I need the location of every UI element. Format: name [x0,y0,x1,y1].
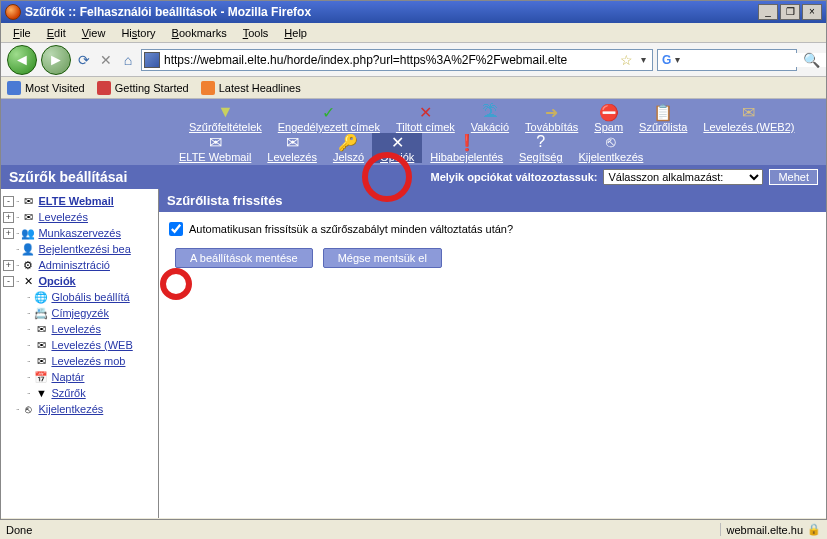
menu-bookmarks[interactable]: Bookmarks [164,25,235,41]
toolbar-icon: 🔑 [338,133,358,151]
auto-refresh-checkbox[interactable] [169,222,183,236]
bookmark-getting-started[interactable]: Getting Started [97,81,189,95]
sidebar-item-levelez-s[interactable]: +··✉Levelezés [1,209,158,225]
browser-navbar: ◄ ► ⟳ ✕ ⌂ ☆ ▾ G ▾ 🔍 [1,43,826,77]
sidebar-item-elte-webmail[interactable]: -··✉ELTE Webmail [1,193,158,209]
sidebar-item-adminisztr-ci-[interactable]: +··⚙Adminisztráció [1,257,158,273]
sidebar-item-c-mjegyz-k[interactable]: ··📇Címjegyzék [1,305,158,321]
tree-expander[interactable]: - [3,196,14,207]
search-engine-dropdown[interactable]: ▾ [671,54,684,65]
sidebar-item-munkaszervez-s[interactable]: +··👥Munkaszervezés [1,225,158,241]
status-left: Done [6,524,720,536]
tree-expander[interactable] [3,244,14,255]
sidebar-item-napt-r[interactable]: ··📅Naptár [1,369,158,385]
browser-menubar: File Edit View History Bookmarks Tools H… [1,23,826,43]
nav-tab-elte-webmail[interactable]: ✉ELTE Webmail [171,133,259,163]
toolbar-icon: ⛔ [599,103,619,121]
search-box[interactable]: G ▾ [657,49,797,71]
sidebar-item-glob-lis-be-ll-t-[interactable]: ··🌐Globális beállítá [1,289,158,305]
filter-tab-tiltott-c-mek[interactable]: ✕Tiltott címek [388,103,463,133]
status-bar: Done webmail.elte.hu 🔒 [0,519,827,539]
restore-button[interactable]: ❐ [780,4,800,20]
close-button[interactable]: × [802,4,822,20]
toolbar-label: Vakáció [471,121,509,133]
page-icon [97,81,111,95]
bookmark-latest-headlines[interactable]: Latest Headlines [201,81,301,95]
filter-tab-spam[interactable]: ⛔Spam [586,103,631,133]
sidebar-tree: -··✉ELTE Webmail+··✉Levelezés+··👥Munkasz… [1,189,159,518]
tree-icon: ✉ [33,354,49,368]
menu-history[interactable]: History [113,25,163,41]
sidebar-item-opci-k[interactable]: -··✕Opciók [1,273,158,289]
toolbar-icon: ✉ [739,103,759,121]
tree-icon: 🌐 [33,290,49,304]
minimize-button[interactable]: _ [758,4,778,20]
nav-tab-jelsz-[interactable]: 🔑Jelszó [325,133,372,163]
toolbar-label: Segítség [519,151,562,163]
sidebar-item-kijelentkez-s[interactable]: ··⎋Kijelentkezés [1,401,158,417]
menu-help[interactable]: Help [276,25,315,41]
url-dropdown-icon[interactable]: ▾ [637,54,650,65]
tree-icon: 📇 [33,306,49,320]
tree-icon: ✉ [33,322,49,336]
sidebar-item-sz-r-k[interactable]: ··▼Szűrők [1,385,158,401]
reload-button[interactable]: ⟳ [75,51,93,69]
app-select[interactable]: Válasszon alkalmazást: [603,169,763,185]
toolbar-label: Opciók [380,151,414,163]
sidebar-item-levelez-s[interactable]: ··✉Levelezés [1,321,158,337]
nav-tab-levelez-s[interactable]: ✉Levelezés [259,133,325,163]
home-button[interactable]: ⌂ [119,51,137,69]
filter-tab-enged-lyezett-c-mek[interactable]: ✓Engedélyezett címek [270,103,388,133]
filter-tab-sz-r-lista[interactable]: 📋Szűrőlista [631,103,695,133]
toolbar-label: Szűrőlista [639,121,687,133]
toolbar-label: ELTE Webmail [179,151,251,163]
menu-tools[interactable]: Tools [235,25,277,41]
filter-tab-vak-ci-[interactable]: 🏝Vakáció [463,103,517,133]
go-button[interactable]: Mehet [769,169,818,185]
toolbar-label: Hibabejelentés [430,151,503,163]
tree-icon: ⎋ [20,402,36,416]
url-input[interactable] [164,53,616,67]
options-heading: Szűrők beállításai [9,169,127,185]
forward-button[interactable]: ► [41,45,71,75]
toolbar-label: Levelezés (WEB2) [703,121,794,133]
toolbar-icon: ⎋ [601,133,621,151]
tree-expander[interactable]: - [3,276,14,287]
toolbar-icon: ❗ [457,133,477,151]
tree-expander[interactable]: + [3,212,14,223]
nav-tab-kijelentkez-s[interactable]: ⎋Kijelentkezés [571,133,652,163]
toolbar-label: Engedélyezett címek [278,121,380,133]
toolbar-icon: ✕ [415,103,435,121]
tree-label: ELTE Webmail [38,195,113,207]
sidebar-item-levelez-s-mob[interactable]: ··✉Levelezés mob [1,353,158,369]
tree-expander[interactable]: + [3,260,14,271]
tree-expander[interactable]: + [3,228,14,239]
panel-heading: Szűrőlista frissítés [159,189,826,212]
menu-file[interactable]: File [5,25,39,41]
tree-icon: ▼ [33,386,49,400]
stop-button[interactable]: ✕ [97,51,115,69]
save-button[interactable]: A beállítások mentése [175,248,313,268]
menu-view[interactable]: View [74,25,114,41]
bookmark-star-icon[interactable]: ☆ [616,52,637,68]
bookmark-most-visited[interactable]: Most Visited [7,81,85,95]
sidebar-item-levelez-s-web[interactable]: ··✉Levelezés (WEB [1,337,158,353]
tree-label: Munkaszervezés [38,227,121,239]
nav-tab-hibabejelent-s[interactable]: ❗Hibabejelentés [422,133,511,163]
back-button[interactable]: ◄ [7,45,37,75]
filter-tab-tov-bb-t-s[interactable]: ➜Továbbítás [517,103,586,133]
options-bar: Szűrők beállításai Melyik opciókat válto… [1,165,826,189]
tree-expander[interactable] [3,404,14,415]
sidebar-item-bejelentkez-si-bea[interactable]: ··👤Bejelentkezési bea [1,241,158,257]
filter-tab-sz-r-felt-telek[interactable]: ▼Szűrőfeltételek [181,103,270,133]
tree-label: Levelezés [51,323,101,335]
cancel-button[interactable]: Mégse mentsük el [323,248,442,268]
menu-edit[interactable]: Edit [39,25,74,41]
nav-tab-seg-ts-g[interactable]: ?Segítség [511,133,570,163]
url-bar[interactable]: ☆ ▾ [141,49,653,71]
tree-icon: 📅 [33,370,49,384]
toolbar-icon: ▼ [215,103,235,121]
search-go-icon[interactable]: 🔍 [803,52,820,68]
nav-tab-opci-k[interactable]: ✕Opciók [372,133,422,163]
filter-tab-levelez-s-web2-[interactable]: ✉Levelezés (WEB2) [695,103,802,133]
